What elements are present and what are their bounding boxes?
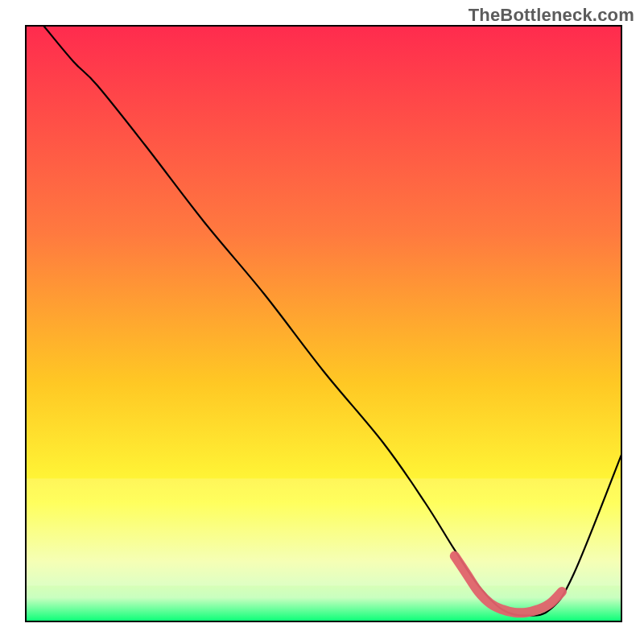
watermark-label: TheBottleneck.com: [469, 5, 634, 26]
bottleneck-chart: [0, 0, 644, 644]
chart-container: TheBottleneck.com: [0, 0, 644, 644]
chart-pale-band: [26, 478, 621, 585]
